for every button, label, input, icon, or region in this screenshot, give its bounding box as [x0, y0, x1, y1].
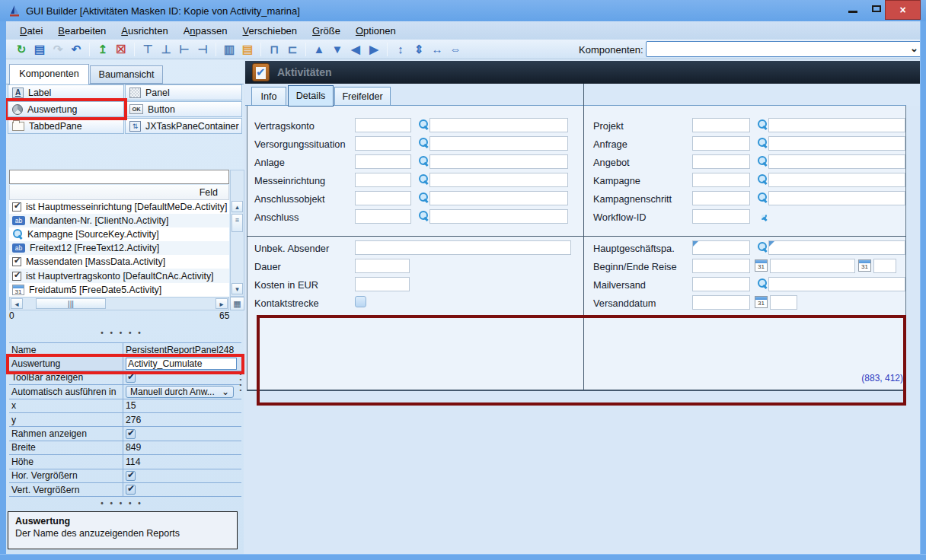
anschlussobjekt-text-input[interactable] [429, 191, 568, 205]
splitter-handle[interactable] [6, 329, 238, 337]
menu-item-gr-e[interactable]: Größe [305, 23, 348, 39]
projekt-text-input[interactable] [768, 118, 905, 132]
kosten-in-eur-input[interactable] [355, 277, 410, 291]
resize-width-max-icon[interactable]: ⇔ [446, 42, 465, 57]
property-row-auswertung[interactable]: AuswertungActivity_Cumulate [9, 357, 241, 371]
property-dropdown[interactable]: Manuell durch Anw...⌄ [126, 386, 234, 398]
scroll-right-icon[interactable]: ▸ [216, 298, 228, 309]
lookup-icon[interactable] [418, 192, 429, 204]
menu-item-bearbeiten[interactable]: Bearbeiten [50, 23, 113, 39]
lookup-icon[interactable] [418, 155, 429, 167]
kampagne-input[interactable] [692, 173, 750, 187]
palette-item-jxtaskpanecontainer[interactable]: ⇅JXTaskPaneContainer [125, 118, 242, 134]
field-list-item[interactable]: Massendaten [MassData.Activity] [9, 255, 229, 269]
versanddatum-time-input[interactable] [770, 295, 797, 310]
group-top-icon[interactable]: ⊓ [265, 42, 283, 57]
property-checkbox[interactable] [126, 429, 136, 439]
kampagnenschritt-text-input[interactable] [768, 191, 905, 205]
calendar-icon[interactable] [755, 259, 768, 272]
field-list-item[interactable]: abMandanten-Nr. [ClientNo.Activity] [9, 214, 229, 228]
versorgungssituation-input[interactable] [355, 136, 411, 151]
menu-item-optionen[interactable]: Optionen [348, 23, 404, 39]
lookup-icon[interactable] [757, 173, 768, 186]
resize-height-max-icon[interactable]: ⇕ [410, 42, 428, 57]
menu-item-anpassen[interactable]: Anpassen [176, 23, 235, 39]
tab-komponenten[interactable]: Komponenten [9, 64, 89, 84]
property-checkbox[interactable] [126, 471, 136, 481]
versanddatum-input[interactable] [692, 295, 750, 310]
vertical-scroll-thumb[interactable]: ≡ [232, 214, 243, 232]
property-row-y[interactable]: y276 [9, 413, 241, 427]
property-row-rahmen-anzeigen[interactable]: Rahmen anzeigen [9, 427, 241, 441]
move-left-icon[interactable]: ◀ [346, 42, 365, 57]
tab-baumansicht[interactable]: Baumansicht [90, 65, 163, 84]
beginn-ende-reise-middle-input[interactable] [770, 259, 855, 273]
field-list-item[interactable]: Freidatum5 [FreeDate5.Activity] [9, 283, 229, 297]
scroll-left-icon[interactable]: ◂ [11, 298, 23, 309]
anschluss-input[interactable] [355, 209, 411, 224]
palette-item-tabbedpane[interactable]: TabbedPane [8, 118, 124, 134]
dauer-input[interactable] [355, 259, 410, 273]
property-checkbox[interactable] [126, 485, 136, 495]
angebot-input[interactable] [692, 154, 750, 169]
property-checkbox[interactable] [126, 373, 136, 383]
property-row-name[interactable]: NamePersistentReportPanel248 [9, 343, 241, 357]
field-list-horizontal-scrollbar[interactable]: ◂ ||| ▸ [9, 297, 229, 310]
anfrage-input[interactable] [692, 136, 750, 151]
lookup-icon[interactable] [757, 241, 768, 253]
hauptgesch-ftspa-text-input[interactable] [768, 240, 905, 255]
calendar-icon[interactable] [755, 296, 768, 308]
palette-item-button[interactable]: OKButton [125, 101, 242, 117]
move-down-icon[interactable]: ▼ [328, 42, 346, 57]
hauptgesch-ftspa-input[interactable] [692, 240, 750, 255]
selected-report-panel-outline[interactable] [257, 315, 906, 406]
angebot-text-input[interactable] [768, 154, 905, 169]
move-to-top-icon[interactable]: ↥ [94, 42, 112, 57]
property-row-x[interactable]: x15 [9, 399, 241, 413]
beginn-ende-reise-end-input[interactable] [873, 259, 896, 273]
move-right-icon[interactable]: ▶ [365, 42, 383, 57]
field-list-item[interactable]: ist Hauptmesseinrichtung [DefaultMeDe.Ac… [9, 200, 229, 214]
horizontal-scroll-thumb[interactable]: ||| [36, 298, 106, 309]
same-width-icon[interactable]: ▥ [220, 42, 238, 57]
tab-info[interactable]: Info [251, 87, 286, 106]
palette-item-panel[interactable]: Panel [125, 84, 242, 100]
components-combobox[interactable]: ⌄ [646, 41, 924, 57]
field-list-item[interactable]: abFreitext12 [FreeText12.Activity] [9, 241, 229, 255]
messeinrichtung-text-input[interactable] [429, 173, 568, 187]
splitter-handle[interactable] [6, 499, 238, 508]
anschlussobjekt-input[interactable] [355, 191, 411, 205]
menu-item-ausrichten[interactable]: Ausrichten [113, 23, 175, 39]
anlage-input[interactable] [355, 154, 411, 169]
lookup-icon[interactable] [757, 210, 768, 222]
messeinrichtung-input[interactable] [355, 173, 411, 187]
distribute-rows-icon[interactable]: ▤ [238, 42, 257, 57]
versorgungssituation-text-input[interactable] [429, 136, 568, 151]
align-top-icon[interactable]: ⊤ [139, 42, 157, 57]
refresh-icon[interactable]: ↻ [12, 42, 30, 57]
lookup-icon[interactable] [418, 210, 429, 222]
lookup-icon[interactable] [757, 119, 768, 131]
table-view-icon[interactable]: ▦ [230, 297, 244, 310]
field-list-item[interactable]: Kampagne [SourceKey.Activity] [9, 228, 229, 241]
minimize-button[interactable] [842, 0, 864, 18]
kampagne-text-input[interactable] [768, 173, 905, 187]
palette-item-label[interactable]: ALabel [8, 84, 124, 100]
menu-item-datei[interactable]: Datei [12, 23, 50, 39]
lookup-icon[interactable] [757, 155, 768, 167]
property-value-input[interactable]: Activity_Cumulate [126, 358, 237, 370]
field-list-vertical-scrollbar[interactable]: ▴ ≡ ▾ [230, 170, 244, 297]
tab-freifelder[interactable]: Freifelder [334, 87, 391, 106]
mailversand-input[interactable] [692, 277, 750, 291]
lookup-icon[interactable] [418, 119, 429, 131]
calendar-icon[interactable] [858, 259, 871, 272]
property-row-automatisch-ausf-hren-in[interactable]: Automatisch ausführen inManuell durch An… [9, 385, 241, 399]
palette-item-auswertung[interactable]: Auswertung [8, 101, 124, 117]
move-up-icon[interactable]: ▲ [310, 42, 328, 57]
projekt-input[interactable] [692, 118, 750, 132]
lookup-icon[interactable] [418, 137, 429, 149]
lookup-icon[interactable] [757, 137, 768, 149]
scroll-down-icon[interactable]: ▾ [232, 283, 243, 294]
property-row-breite[interactable]: Breite849 [9, 441, 241, 455]
align-bottom-icon[interactable]: ⊥ [157, 42, 175, 57]
